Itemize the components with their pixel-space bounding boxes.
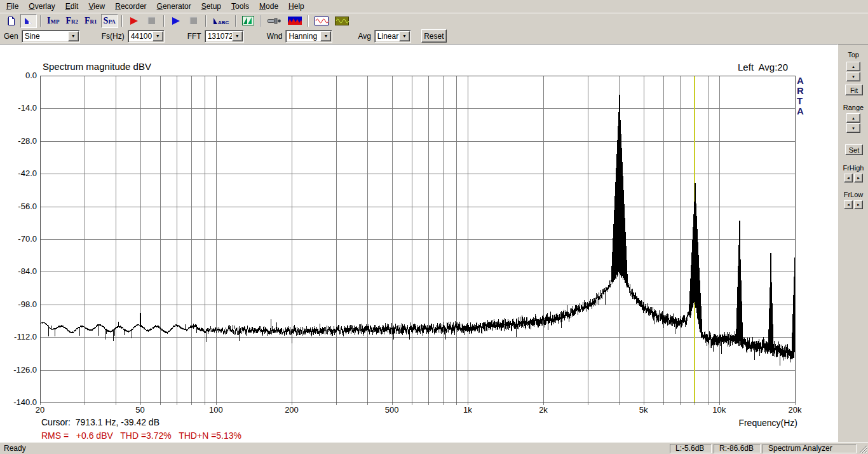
generator-bar: Gen Sine ▼ Fs(Hz) 44100 ▼ FFT 131072 ▼ W… <box>0 28 868 44</box>
frhigh-label: FrHigh <box>838 164 868 172</box>
averaging-select[interactable]: Linear ▼ <box>374 30 411 43</box>
rms-thd-readout: RMS = +0.6 dBV THD =3.72% THD+N =5.13% <box>41 430 241 441</box>
x-tick-label: 10k <box>700 405 738 415</box>
y-tick-label: -112.0 <box>0 332 37 341</box>
left-level-indicator: L:-5.6dB <box>670 444 712 453</box>
spectrum-mode-button[interactable]: SPA <box>101 14 118 28</box>
generator-config-button[interactable] <box>312 14 331 28</box>
svg-text:ABC: ABC <box>218 20 229 25</box>
play-triangle-icon <box>129 17 139 25</box>
microphone-button[interactable] <box>264 14 284 28</box>
menu-setup[interactable]: Setup <box>196 1 226 13</box>
menu-edit[interactable]: Edit <box>60 1 84 13</box>
play-button[interactable] <box>168 14 184 28</box>
waveform-icon <box>288 17 302 25</box>
toolbar-separator <box>121 15 123 27</box>
toolbar: IMPFR2FR1SPAABC <box>0 13 868 28</box>
frhigh-left-button[interactable]: ◄ <box>844 174 853 182</box>
signal-record-button[interactable] <box>285 14 304 28</box>
scaling-icon <box>242 16 254 25</box>
toolbar-separator <box>260 15 261 27</box>
window-value: Hanning <box>286 32 320 41</box>
averaging-value: Linear <box>375 32 399 41</box>
y-tick-label: -14.0 <box>0 103 37 113</box>
play-triangle-icon <box>171 17 180 25</box>
status-bar: Ready L:-5.6dB R:-86.6dB Spectrum Analyz… <box>0 442 868 454</box>
menu-bar: FileOverlayEditViewRecorderGeneratorSetu… <box>0 0 868 13</box>
x-tick-label: 500 <box>373 405 411 415</box>
menu-mode[interactable]: Mode <box>254 1 283 13</box>
y-tick-label: -56.0 <box>0 202 37 211</box>
up-arrow-icon: ▲ <box>851 65 855 69</box>
arta-window: FileOverlayEditViewRecorderGeneratorSetu… <box>0 0 868 454</box>
down-arrow-icon: ▼ <box>851 75 855 79</box>
frlow-left-button[interactable]: ◄ <box>844 200 853 209</box>
fr1-mode-button[interactable]: FR1 <box>82 14 100 28</box>
cursor-readout: Cursor: 7913.1 Hz, -39.42 dB <box>41 417 159 427</box>
menu-file[interactable]: File <box>1 1 24 13</box>
y-tick-label: -70.0 <box>0 234 37 244</box>
set-button[interactable]: Set <box>845 144 863 155</box>
chevron-down-icon[interactable]: ▼ <box>153 31 163 41</box>
menu-tools[interactable]: Tools <box>226 1 254 13</box>
frlow-right-button[interactable]: ► <box>854 200 863 209</box>
x-tick-label: 50 <box>121 405 159 415</box>
menu-view[interactable]: View <box>83 1 110 13</box>
sample-rate-select[interactable]: 44100 ▼ <box>128 30 165 43</box>
chevron-down-icon[interactable]: ▼ <box>399 31 410 41</box>
menu-recorder[interactable]: Recorder <box>110 1 151 13</box>
range-label: Range <box>838 104 868 111</box>
fr2-mode-button[interactable]: FR2 <box>63 14 81 28</box>
calibration-button[interactable]: ABC <box>210 14 232 28</box>
chevron-down-icon[interactable]: ▼ <box>320 31 331 41</box>
record-button[interactable] <box>126 14 142 28</box>
toolbar-separator <box>235 15 236 27</box>
fft-size-select[interactable]: 131072 ▼ <box>205 30 244 43</box>
toolbar-separator <box>163 15 165 27</box>
cursor-abc-icon: ABC <box>212 17 229 25</box>
left-arrow-icon: ◄ <box>846 203 850 207</box>
fs-label: Fs(Hz) <box>102 32 125 41</box>
generator-sine-icon <box>335 17 349 25</box>
resize-grip-icon[interactable] <box>858 444 867 453</box>
top-down-button[interactable]: ▼ <box>846 72 860 81</box>
y-tick-label: -84.0 <box>0 266 37 276</box>
menu-generator[interactable]: Generator <box>152 1 196 13</box>
fft-size-value: 131072 <box>205 32 232 41</box>
x-tick-label: 2k <box>524 405 562 415</box>
x-axis-label: Frequency(Hz) <box>670 418 797 428</box>
fit-button[interactable]: Fit <box>845 85 863 95</box>
toolbar-separator <box>40 15 41 27</box>
side-panel: Top ▲ ▼ Fit Range ▲ ▼ Set FrHigh ◄ ► FrL… <box>837 44 868 442</box>
generator-type-select[interactable]: Sine ▼ <box>22 30 80 43</box>
signal-generator-button[interactable] <box>332 14 351 28</box>
top-up-button[interactable]: ▲ <box>846 62 860 71</box>
x-tick-label: 200 <box>273 405 311 415</box>
new-file-button[interactable] <box>3 14 19 28</box>
left-arrow-icon: ◄ <box>846 176 850 180</box>
frhigh-right-button[interactable]: ► <box>854 174 863 182</box>
scaling-button[interactable] <box>240 14 257 28</box>
time-record-button[interactable] <box>20 14 37 28</box>
range-down-button[interactable]: ▼ <box>846 123 860 133</box>
x-tick-label: 20 <box>21 405 59 415</box>
menu-overlay[interactable]: Overlay <box>24 1 60 13</box>
down-arrow-icon: ▼ <box>851 127 855 130</box>
impulse-mode-button[interactable]: IMP <box>44 14 62 28</box>
menu-help[interactable]: Help <box>283 1 309 13</box>
toolbar-separator <box>308 15 309 27</box>
window-select[interactable]: Hanning ▼ <box>285 30 332 43</box>
frlow-label: FrLow <box>838 191 868 198</box>
range-up-button[interactable]: ▲ <box>846 113 860 123</box>
new-document-icon <box>6 16 17 26</box>
record-stop-button[interactable] <box>144 14 160 28</box>
sine-wave-icon <box>315 17 329 25</box>
play-stop-button[interactable] <box>186 14 202 28</box>
channel-average-label: Left Avg:20 <box>661 62 788 72</box>
spectrum-plot[interactable] <box>0 45 837 443</box>
chevron-down-icon[interactable]: ▼ <box>68 31 79 41</box>
chevron-down-icon[interactable]: ▼ <box>232 31 243 41</box>
reset-button[interactable]: Reset <box>421 29 447 43</box>
toolbar-separator <box>205 15 207 27</box>
arta-logo: ARTA <box>797 76 806 116</box>
